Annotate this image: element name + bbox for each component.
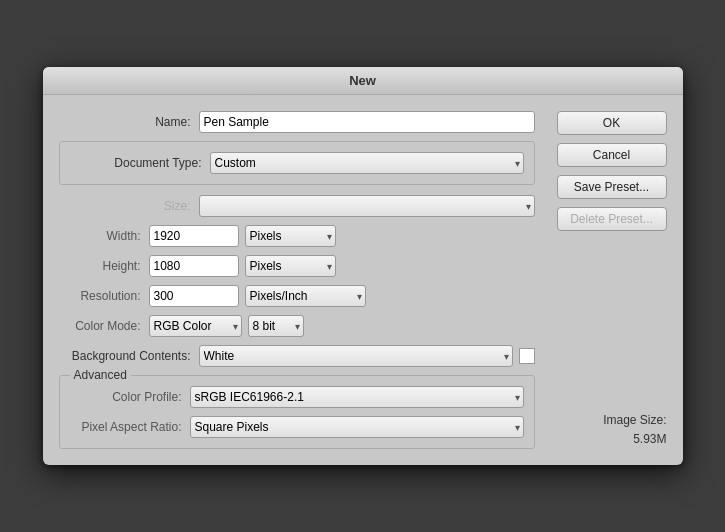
width-unit-wrapper: Pixels Inches Centimeters Millimeters Po… (245, 225, 336, 247)
size-row: Size: (59, 195, 535, 217)
left-panel: Name: Document Type: Custom Size: (59, 111, 535, 449)
name-label: Name: (59, 115, 199, 129)
color-mode-label: Color Mode: (59, 319, 149, 333)
height-input[interactable] (149, 255, 239, 277)
width-input[interactable] (149, 225, 239, 247)
background-row: Background Contents: White Background Co… (59, 345, 535, 367)
new-document-dialog: New Name: Document Type: Custom (43, 67, 683, 465)
color-profile-row: Color Profile: sRGB IEC61966-2.1 (70, 386, 524, 408)
ok-button[interactable]: OK (557, 111, 667, 135)
right-panel: OK Cancel Save Preset... Delete Preset..… (547, 111, 667, 449)
bit-depth-select[interactable]: 8 bit 16 bit 32 bit (248, 315, 304, 337)
height-unit-wrapper: Pixels Inches Centimeters Millimeters Po… (245, 255, 336, 277)
resolution-unit-wrapper: Pixels/Inch Pixels/Centimeter (245, 285, 366, 307)
height-row: Height: Pixels Inches Centimeters Millim… (59, 255, 535, 277)
pixel-aspect-select[interactable]: Square Pixels (190, 416, 524, 438)
image-size-value: 5.93M (603, 430, 666, 449)
color-profile-select-wrapper: sRGB IEC61966-2.1 (190, 386, 524, 408)
bit-depth-select-wrapper: 8 bit 16 bit 32 bit (248, 315, 304, 337)
color-profile-label: Color Profile: (70, 390, 190, 404)
dialog-title: New (43, 67, 683, 95)
size-select-wrapper (199, 195, 535, 217)
width-unit-select[interactable]: Pixels Inches Centimeters Millimeters Po… (245, 225, 336, 247)
document-type-label: Document Type: (70, 156, 210, 170)
color-mode-select-wrapper: Bitmap Grayscale RGB Color CMYK Color La… (149, 315, 242, 337)
color-swatch[interactable] (519, 348, 535, 364)
document-type-select-wrapper: Custom (210, 152, 524, 174)
background-label: Background Contents: (59, 349, 199, 363)
pixel-aspect-select-wrapper: Square Pixels (190, 416, 524, 438)
name-row: Name: (59, 111, 535, 133)
resolution-label: Resolution: (59, 289, 149, 303)
pixel-aspect-row: Pixel Aspect Ratio: Square Pixels (70, 416, 524, 438)
save-preset-button[interactable]: Save Preset... (557, 175, 667, 199)
height-unit-select[interactable]: Pixels Inches Centimeters Millimeters Po… (245, 255, 336, 277)
advanced-label: Advanced (70, 368, 131, 382)
title-text: New (349, 73, 376, 88)
document-type-row: Document Type: Custom (70, 152, 524, 174)
document-type-select[interactable]: Custom (210, 152, 524, 174)
height-label: Height: (59, 259, 149, 273)
image-size-info: Image Size: 5.93M (603, 411, 666, 449)
resolution-input[interactable] (149, 285, 239, 307)
color-profile-select[interactable]: sRGB IEC61966-2.1 (190, 386, 524, 408)
resolution-row: Resolution: Pixels/Inch Pixels/Centimete… (59, 285, 535, 307)
pixel-aspect-label: Pixel Aspect Ratio: (70, 420, 190, 434)
document-type-section: Document Type: Custom (59, 141, 535, 185)
size-label: Size: (59, 199, 199, 213)
color-mode-select[interactable]: Bitmap Grayscale RGB Color CMYK Color La… (149, 315, 242, 337)
cancel-button[interactable]: Cancel (557, 143, 667, 167)
advanced-section: Advanced Color Profile: sRGB IEC61966-2.… (59, 375, 535, 449)
image-size-label: Image Size: (603, 411, 666, 430)
color-mode-row: Color Mode: Bitmap Grayscale RGB Color C… (59, 315, 535, 337)
name-input[interactable] (199, 111, 535, 133)
background-select-wrapper: White Background Color Transparent (199, 345, 513, 367)
width-label: Width: (59, 229, 149, 243)
size-select[interactable] (199, 195, 535, 217)
resolution-unit-select[interactable]: Pixels/Inch Pixels/Centimeter (245, 285, 366, 307)
background-select[interactable]: White Background Color Transparent (199, 345, 513, 367)
width-row: Width: Pixels Inches Centimeters Millime… (59, 225, 535, 247)
delete-preset-button[interactable]: Delete Preset... (557, 207, 667, 231)
